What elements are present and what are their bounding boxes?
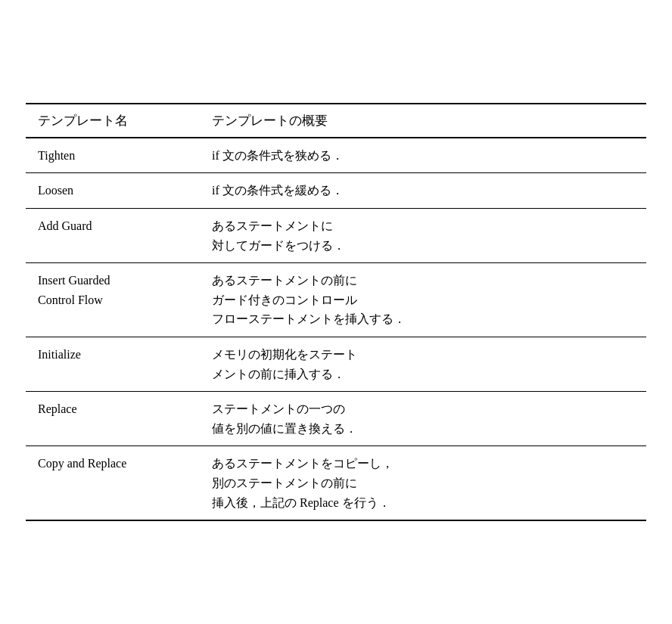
- table-row: Loosenif 文の条件式を緩める．: [26, 173, 646, 209]
- table-row: Tightenif 文の条件式を狭める．: [26, 138, 646, 173]
- table-header-row: テンプレート名 テンプレートの概要: [26, 104, 646, 138]
- template-name-cell: Insert GuardedControl Flow: [26, 263, 200, 337]
- template-table: テンプレート名 テンプレートの概要 Tightenif 文の条件式を狭める．Lo…: [26, 103, 646, 521]
- template-desc-cell: if 文の条件式を緩める．: [200, 173, 646, 209]
- template-name-cell: Loosen: [26, 173, 200, 209]
- table-row: Copy and Replaceあるステートメントをコピーし，別のステートメント…: [26, 446, 646, 520]
- template-name-cell: Replace: [26, 392, 200, 446]
- col2-header: テンプレートの概要: [200, 104, 646, 138]
- table-row: Initializeメモリの初期化をステートメントの前に挿入する．: [26, 337, 646, 392]
- table-row: Replaceステートメントの一つの値を別の値に置き換える．: [26, 392, 646, 446]
- table-row: Insert GuardedControl Flowあるステートメントの前にガー…: [26, 263, 646, 337]
- template-desc-cell: あるステートメントをコピーし，別のステートメントの前に挿入後，上記の Repla…: [200, 446, 646, 520]
- template-name-cell: Tighten: [26, 138, 200, 173]
- template-desc-cell: あるステートメントの前にガード付きのコントロールフローステートメントを挿入する．: [200, 263, 646, 337]
- template-name-cell: Copy and Replace: [26, 446, 200, 520]
- table-row: Add Guardあるステートメントに対してガードをつける．: [26, 209, 646, 263]
- col1-header: テンプレート名: [26, 104, 200, 138]
- template-name-cell: Initialize: [26, 337, 200, 392]
- main-table-container: テンプレート名 テンプレートの概要 Tightenif 文の条件式を狭める．Lo…: [26, 103, 646, 521]
- template-name-cell: Add Guard: [26, 209, 200, 263]
- template-desc-cell: if 文の条件式を狭める．: [200, 138, 646, 173]
- template-desc-cell: あるステートメントに対してガードをつける．: [200, 209, 646, 263]
- template-desc-cell: ステートメントの一つの値を別の値に置き換える．: [200, 392, 646, 446]
- template-desc-cell: メモリの初期化をステートメントの前に挿入する．: [200, 337, 646, 392]
